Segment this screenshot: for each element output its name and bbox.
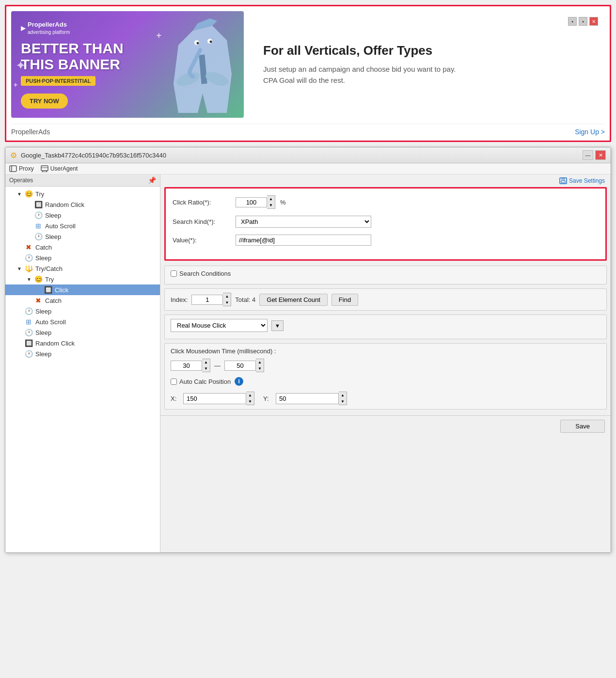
ad-right-content: For all Verticals, Offer Types Just setu…: [253, 11, 605, 118]
sidebar-item-auto-scroll-1[interactable]: ⊞ Auto Scroll: [5, 221, 160, 231]
mousedown-label: Click Mousedown Time (millisecond) :: [171, 347, 600, 355]
sidebar-trycatch-label: Try/Catch: [35, 265, 63, 272]
save-button[interactable]: Save: [560, 420, 605, 433]
menu-proxy[interactable]: Proxy: [9, 165, 34, 172]
sidebar-catch-2-label: Catch: [45, 297, 62, 304]
y-down[interactable]: ▼: [339, 398, 347, 405]
get-element-count-button[interactable]: Get Element Count: [259, 294, 328, 306]
sidebar-sleep-3-label: Sleep: [35, 254, 51, 262]
try-nested-icon: 😊: [34, 275, 43, 283]
sidebar-sleep-5-label: Sleep: [35, 329, 51, 336]
sidebar: Operates 📌 ▼ 😊 Try 🔲 Random Click: [5, 174, 160, 552]
mousedown-from-up[interactable]: ▲: [202, 359, 210, 365]
expand-try-arrow: ▼: [17, 191, 23, 197]
mousedown-from-input[interactable]: [171, 361, 202, 371]
sidebar-item-click[interactable]: 🔲 Click: [5, 284, 160, 295]
mousedown-from-down[interactable]: ▼: [202, 365, 210, 372]
total-label: Total: 4: [235, 296, 255, 303]
save-settings-button[interactable]: Save Settings: [559, 177, 605, 184]
sidebar-item-sleep-2[interactable]: 🕐 Sleep: [5, 231, 160, 242]
click-ratio-up[interactable]: ▲: [267, 196, 275, 202]
value-input[interactable]: [236, 235, 371, 246]
index-up[interactable]: ▲: [223, 293, 231, 300]
ad-signup-link[interactable]: Sign Up >: [575, 128, 605, 136]
x-spinner: ▲ ▼: [183, 392, 254, 405]
sidebar-item-trycatch[interactable]: ▼ 🔱 Try/Catch: [5, 263, 160, 274]
ad-minimize-btn[interactable]: ▪: [568, 17, 577, 26]
click-type-dropdown-btn[interactable]: ▼: [271, 320, 284, 331]
index-spinner-btns: ▲ ▼: [223, 293, 231, 306]
sidebar-item-catch-2[interactable]: ✖ Catch: [5, 295, 160, 306]
click-ratio-down[interactable]: ▼: [267, 202, 275, 208]
proxy-icon: [9, 165, 17, 172]
sleep-icon-1: 🕐: [34, 211, 43, 219]
sidebar-item-try-nested[interactable]: ▼ 😊 Try: [5, 274, 160, 284]
search-conditions-checkbox[interactable]: [171, 270, 177, 277]
sleep-icon-3: 🕐: [24, 254, 33, 262]
settings-header: Save Settings: [160, 174, 611, 187]
ad-maximize-btn[interactable]: ▪: [579, 17, 587, 26]
ad-image: ▸ PropellerAdsadvertising platform BETTE…: [11, 11, 244, 118]
auto-scroll-icon-2: ⊞: [24, 318, 33, 326]
auto-calc-checkbox[interactable]: [171, 378, 177, 385]
svg-point-8: [210, 41, 212, 43]
menu-useragent[interactable]: UserAgent: [41, 165, 78, 172]
mousedown-to-input[interactable]: [224, 361, 256, 371]
y-input[interactable]: [276, 393, 339, 404]
ad-try-button[interactable]: TRY NOW: [21, 94, 68, 109]
close-button[interactable]: ✕: [595, 150, 606, 160]
mousedown-to-spinner: ▲ ▼: [224, 359, 264, 372]
info-icon[interactable]: i: [235, 377, 243, 386]
sidebar-item-catch-1[interactable]: ✖ Catch: [5, 242, 160, 252]
auto-calc-label: Auto Calc Position: [179, 378, 231, 385]
search-kind-select[interactable]: XPath CSS ID Name Class TagName: [236, 216, 371, 228]
sidebar-item-try[interactable]: ▼ 😊 Try: [5, 189, 160, 199]
svg-point-7: [197, 42, 199, 45]
click-ratio-spinner-btns: ▲ ▼: [267, 195, 275, 209]
search-kind-row: Search Kind(*): XPath CSS ID Name Class …: [173, 216, 599, 228]
value-label: Value(*):: [173, 237, 231, 244]
coords-row: X: ▲ ▼ Y:: [171, 392, 600, 405]
y-up[interactable]: ▲: [339, 392, 347, 398]
index-panel: Index: ▲ ▼ Total: 4 Get Element Count Fi…: [164, 288, 607, 311]
random-click-icon-2: 🔲: [24, 339, 33, 347]
click-ratio-row: Click Ratio(*): ▲ ▼ %: [173, 195, 599, 209]
sidebar-item-auto-scroll-2[interactable]: ⊞ Auto Scroll: [5, 316, 160, 327]
index-row: Index: ▲ ▼ Total: 4 Get Element Count Fi…: [171, 293, 600, 306]
app-window: ⚙ Google_Taskb4772c4c051940c7b953c16f570…: [5, 147, 611, 553]
auto-calc-checkbox-label[interactable]: Auto Calc Position: [171, 378, 231, 385]
sidebar-item-sleep-4[interactable]: 🕐 Sleep: [5, 306, 160, 316]
mousedown-panel: Click Mousedown Time (millisecond) : ▲ ▼…: [164, 343, 607, 410]
x-up[interactable]: ▲: [246, 392, 254, 398]
index-down[interactable]: ▼: [223, 300, 231, 306]
sidebar-item-sleep-5[interactable]: 🕐 Sleep: [5, 327, 160, 338]
useragent-label: UserAgent: [50, 165, 78, 172]
click-type-select[interactable]: Real Mouse Click JavaScript Click Simula…: [171, 319, 268, 332]
sleep-icon-6: 🕐: [24, 350, 33, 358]
title-bar: ⚙ Google_Taskb4772c4c051940c7b953c16f570…: [5, 147, 611, 163]
search-conditions-checkbox-label[interactable]: Search Conditions: [171, 270, 231, 277]
sidebar-item-sleep-3[interactable]: 🕐 Sleep: [5, 252, 160, 263]
sidebar-auto-scroll-2-label: Auto Scroll: [35, 318, 66, 326]
mousedown-from-btns: ▲ ▼: [202, 359, 210, 372]
auto-calc-row: Auto Calc Position i: [171, 377, 600, 386]
mousedown-to-down[interactable]: ▼: [256, 365, 264, 372]
index-input[interactable]: [191, 295, 223, 305]
sidebar-item-random-click-1[interactable]: 🔲 Random Click: [5, 199, 160, 210]
sidebar-item-sleep-1[interactable]: 🕐 Sleep: [5, 210, 160, 221]
save-settings-icon: [559, 177, 567, 184]
x-spinner-btns: ▲ ▼: [246, 392, 254, 405]
x-input[interactable]: [183, 393, 246, 404]
sidebar-item-sleep-6[interactable]: 🕐 Sleep: [5, 348, 160, 359]
ad-close-btn[interactable]: ✕: [589, 17, 598, 26]
x-down[interactable]: ▼: [246, 398, 254, 405]
sidebar-pin-icon: 📌: [148, 176, 156, 184]
sidebar-item-random-click-2[interactable]: 🔲 Random Click: [5, 338, 160, 348]
minimize-button[interactable]: —: [583, 150, 593, 160]
search-conditions-panel: Search Conditions: [164, 266, 607, 284]
mousedown-to-up[interactable]: ▲: [256, 359, 264, 365]
ad-badge: PUSH·POP·INTERSTITIAL: [21, 76, 95, 86]
red-box-section: Click Ratio(*): ▲ ▼ % Search Kind(*):: [164, 187, 607, 261]
click-ratio-input[interactable]: [236, 197, 267, 207]
find-button[interactable]: Find: [332, 294, 358, 306]
